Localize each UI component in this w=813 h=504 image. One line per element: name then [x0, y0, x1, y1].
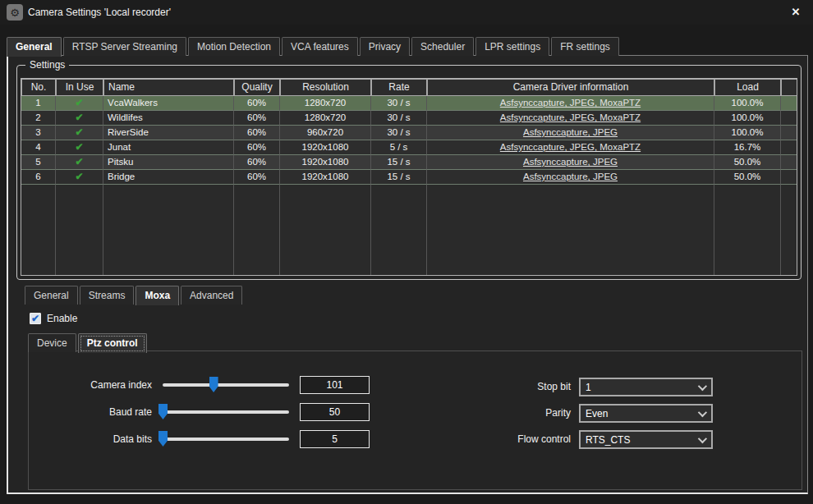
- slider-track[interactable]: [163, 438, 289, 441]
- cell-name: Bridge: [103, 170, 234, 185]
- cell-rate: 30 / s: [371, 126, 427, 140]
- camera-index-label: Camera index: [35, 376, 152, 394]
- cell-driver: Asfsynccapture, JPEG: [427, 126, 714, 140]
- tab-scheduler[interactable]: Scheduler: [411, 37, 474, 56]
- camera-index-slider[interactable]: [163, 376, 289, 394]
- main-tabstrip: General RTSP Server Streaming Motion Det…: [7, 36, 621, 56]
- tab-vca-features[interactable]: VCA features: [282, 37, 358, 56]
- col-header-in-use[interactable]: In Use: [56, 79, 103, 96]
- baud-rate-label: Baud rate: [35, 403, 152, 421]
- table-empty-area: [21, 185, 797, 275]
- driver-info-link[interactable]: Asfsynccapture, JPEG: [523, 127, 618, 137]
- camera-index-value[interactable]: [300, 376, 370, 394]
- cell-resolution: 1920x1080: [280, 170, 371, 185]
- driver-info-link[interactable]: Asfsynccapture, JPEG, MoxaPTZ: [500, 142, 641, 152]
- cell-load: 100.0%: [714, 111, 781, 126]
- cell-no: 5: [21, 155, 56, 170]
- data-bits-label: Data bits: [35, 430, 152, 448]
- tab-lower-moxa[interactable]: Moxa: [136, 286, 179, 305]
- col-header-filler: [781, 79, 797, 96]
- cell-no: 3: [21, 126, 56, 140]
- col-header-rate[interactable]: Rate: [371, 79, 427, 96]
- col-header-load[interactable]: Load: [714, 79, 781, 96]
- cell-quality: 60%: [234, 96, 280, 111]
- chevron-down-icon: [698, 433, 707, 442]
- cell-resolution: 960x720: [280, 126, 371, 140]
- col-header-name[interactable]: Name: [103, 79, 234, 96]
- parity-select[interactable]: Even: [579, 404, 713, 423]
- window-title: Camera Settings 'Local recorder': [28, 7, 171, 18]
- tab-privacy[interactable]: Privacy: [360, 37, 410, 56]
- tab-device[interactable]: Device: [28, 333, 76, 352]
- cell-driver: Asfsynccapture, JPEG: [427, 170, 714, 185]
- cell-load: 100.0%: [714, 126, 781, 140]
- slider-thumb[interactable]: [158, 431, 168, 447]
- driver-info-link[interactable]: Asfsynccapture, JPEG, MoxaPTZ: [500, 112, 641, 122]
- cell-in-use: ✔: [56, 126, 103, 140]
- tab-lower-advanced[interactable]: Advanced: [181, 286, 242, 305]
- data-bits-slider[interactable]: [163, 430, 289, 448]
- col-header-quality[interactable]: Quality: [234, 79, 280, 96]
- cell-name: Junat: [103, 140, 234, 155]
- driver-info-link[interactable]: Asfsynccapture, JPEG, MoxaPTZ: [500, 98, 641, 108]
- table-row[interactable]: 1 ✔ VcaWalkers 60% 1280x720 30 / s Asfsy…: [21, 96, 797, 111]
- camera-config-tabstrip: General Streams Moxa Advanced: [25, 285, 244, 305]
- tab-lpr-settings[interactable]: LPR settings: [475, 37, 549, 56]
- cell-rate: 30 / s: [371, 96, 427, 111]
- cell-resolution: 1280x720: [280, 111, 371, 126]
- cell-load: 50.0%: [714, 170, 781, 185]
- slider-thumb[interactable]: [209, 377, 218, 392]
- chevron-down-icon: [698, 381, 707, 390]
- slider-track[interactable]: [163, 383, 289, 387]
- cell-no: 2: [21, 111, 56, 126]
- flow-control-label: Flow control: [454, 430, 571, 448]
- cell-no: 1: [21, 96, 56, 111]
- tab-general[interactable]: General: [7, 37, 62, 57]
- tab-motion-detection[interactable]: Motion Detection: [188, 37, 280, 56]
- close-icon[interactable]: ✕: [788, 5, 803, 20]
- table-row[interactable]: 3 ✔ RiverSide 60% 960x720 30 / s Asfsync…: [21, 126, 797, 140]
- col-header-resolution[interactable]: Resolution: [280, 79, 371, 96]
- check-icon: ✔: [75, 141, 83, 153]
- parity-label: Parity: [454, 404, 571, 422]
- tab-lower-streams[interactable]: Streams: [80, 286, 135, 305]
- cell-load: 100.0%: [714, 96, 781, 111]
- check-icon: ✔: [75, 112, 83, 123]
- driver-info-link[interactable]: Asfsynccapture, JPEG: [523, 157, 618, 167]
- cell-rate: 30 / s: [371, 111, 427, 126]
- cell-in-use: ✔: [56, 140, 103, 155]
- cell-resolution: 1280x720: [280, 96, 371, 111]
- table-row[interactable]: 2 ✔ Wildlifes 60% 1280x720 30 / s Asfsyn…: [21, 111, 797, 126]
- baud-rate-value[interactable]: [300, 403, 370, 421]
- stop-bit-select[interactable]: 1: [579, 378, 713, 396]
- camera-table: No. In Use Name Quality Resolution Rate …: [21, 78, 797, 276]
- parity-value: Even: [581, 408, 698, 419]
- col-header-no[interactable]: No.: [21, 79, 56, 96]
- driver-info-link[interactable]: Asfsynccapture, JPEG: [523, 172, 618, 181]
- tab-ptz-control[interactable]: Ptz control: [78, 333, 147, 353]
- slider-thumb[interactable]: [158, 404, 168, 419]
- enable-checkbox-row[interactable]: ✔ Enable: [30, 313, 77, 324]
- general-tab-page: Settings No. In Use Name Quality Resolut…: [7, 55, 808, 494]
- table-row[interactable]: 6 ✔ Bridge 60% 1920x1080 15 / s Asfsyncc…: [21, 170, 797, 185]
- cell-no: 6: [21, 170, 56, 185]
- tab-rtsp-server-streaming[interactable]: RTSP Server Streaming: [63, 37, 186, 56]
- cell-in-use: ✔: [56, 111, 103, 126]
- tab-lower-general[interactable]: General: [25, 286, 78, 305]
- enable-checkbox-label: Enable: [47, 313, 77, 324]
- slider-track[interactable]: [163, 410, 289, 414]
- flow-control-select[interactable]: RTS_CTS: [579, 430, 713, 449]
- baud-rate-slider[interactable]: [163, 403, 289, 421]
- data-bits-value[interactable]: [300, 430, 370, 448]
- table-row[interactable]: 4 ✔ Junat 60% 1920x1080 5 / s Asfsynccap…: [21, 140, 797, 155]
- cell-quality: 60%: [234, 126, 280, 140]
- cell-rate: 5 / s: [371, 140, 427, 155]
- cell-quality: 60%: [234, 170, 280, 185]
- col-header-driver[interactable]: Camera Driver information: [427, 79, 714, 96]
- cell-rate: 15 / s: [371, 155, 427, 170]
- table-row[interactable]: 5 ✔ Pitsku 60% 1920x1080 15 / s Asfsyncc…: [21, 155, 797, 170]
- tab-fr-settings[interactable]: FR settings: [551, 37, 619, 56]
- cell-no: 4: [21, 140, 56, 155]
- cell-quality: 60%: [234, 111, 280, 126]
- enable-checkbox[interactable]: ✔: [30, 313, 41, 324]
